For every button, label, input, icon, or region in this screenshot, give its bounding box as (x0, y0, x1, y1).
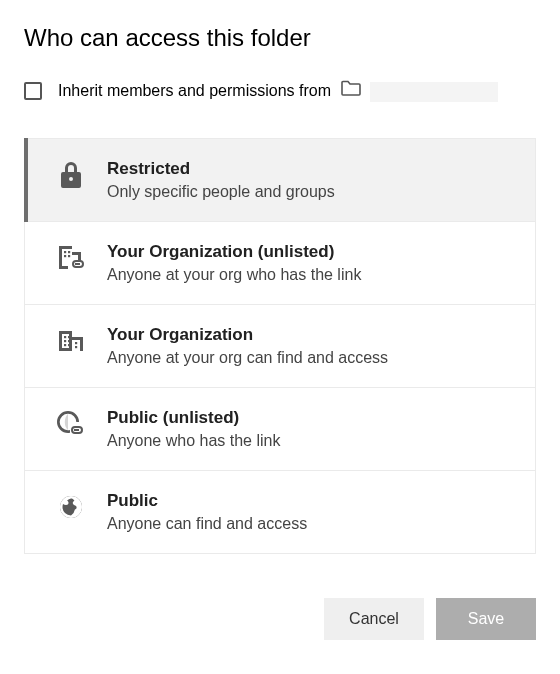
option-title: Public (unlisted) (107, 408, 515, 428)
svg-rect-10 (75, 342, 77, 344)
option-public-unlisted[interactable]: Public (unlisted) Anyone who has the lin… (25, 387, 535, 470)
option-title: Public (107, 491, 515, 511)
svg-rect-1 (68, 251, 70, 253)
svg-rect-6 (64, 340, 66, 342)
option-title: Restricted (107, 159, 515, 179)
option-title: Your Organization (107, 325, 515, 345)
option-desc: Anyone at your org can find and access (107, 349, 515, 367)
svg-rect-4 (64, 336, 66, 338)
option-desc: Only specific people and groups (107, 183, 515, 201)
inherit-row: Inherit members and permissions from (24, 80, 536, 102)
folder-icon (341, 80, 361, 96)
option-restricted[interactable]: Restricted Only specific people and grou… (25, 138, 535, 221)
dialog-footer: Cancel Save (24, 598, 536, 640)
inherit-checkbox[interactable] (24, 82, 42, 100)
svg-rect-0 (64, 251, 66, 253)
domain-icon (57, 327, 85, 355)
option-desc: Anyone at your org who has the link (107, 266, 515, 284)
cancel-button[interactable]: Cancel (324, 598, 424, 640)
globe-icon (57, 493, 85, 521)
svg-rect-11 (75, 346, 77, 348)
svg-rect-5 (68, 336, 70, 338)
domain-link-icon (57, 244, 85, 272)
svg-rect-9 (68, 344, 70, 346)
globe-link-icon (57, 410, 85, 438)
svg-rect-8 (64, 344, 66, 346)
parent-folder-placeholder (370, 82, 498, 102)
inherit-label-text: Inherit members and permissions from (58, 82, 331, 99)
svg-rect-7 (68, 340, 70, 342)
lock-icon (57, 161, 85, 189)
svg-rect-2 (64, 255, 66, 257)
option-title: Your Organization (unlisted) (107, 242, 515, 262)
option-desc: Anyone who has the link (107, 432, 515, 450)
option-public[interactable]: Public Anyone can find and access (25, 470, 535, 553)
page-title: Who can access this folder (24, 24, 536, 52)
option-org[interactable]: Your Organization Anyone at your org can… (25, 304, 535, 387)
access-options: Restricted Only specific people and grou… (24, 138, 536, 554)
inherit-label: Inherit members and permissions from (58, 80, 498, 102)
option-org-unlisted[interactable]: Your Organization (unlisted) Anyone at y… (25, 221, 535, 304)
svg-rect-3 (68, 255, 70, 257)
save-button[interactable]: Save (436, 598, 536, 640)
option-desc: Anyone can find and access (107, 515, 515, 533)
